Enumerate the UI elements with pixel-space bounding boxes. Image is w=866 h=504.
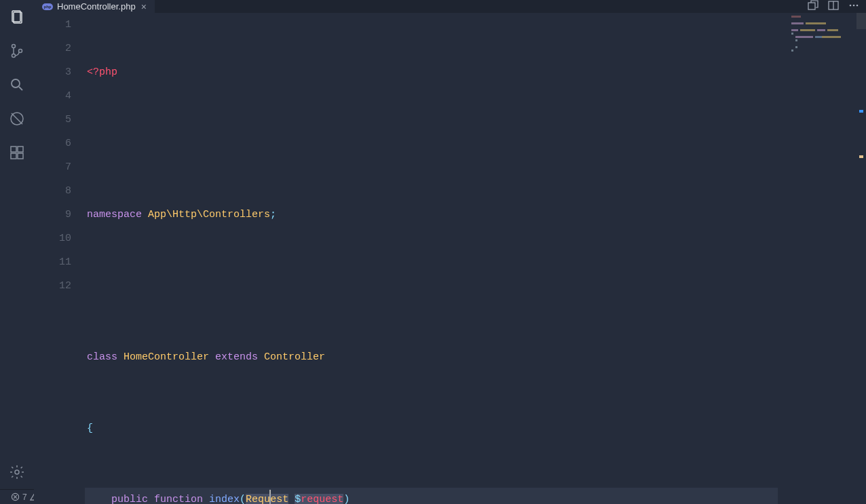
svg-rect-7 <box>11 147 16 152</box>
line-number-gutter: 1 2 3 4 5 6 7 8 9 10 11 12 <box>34 13 85 504</box>
svg-point-15 <box>853 5 855 7</box>
tab-homecontroller[interactable]: php HomeController.php × <box>34 0 155 13</box>
svg-point-5 <box>12 79 20 88</box>
code-area[interactable]: <?php namespace App\Http\Controllers; cl… <box>85 13 866 504</box>
more-actions-icon[interactable] <box>848 0 859 13</box>
explorer-icon[interactable] <box>0 0 34 34</box>
tab-bar: php HomeController.php × <box>34 0 866 13</box>
svg-point-14 <box>850 5 852 7</box>
svg-point-4 <box>19 50 22 53</box>
editor-pane: php HomeController.php × 1 2 3 <box>34 0 866 489</box>
svg-rect-9 <box>11 153 16 159</box>
current-line: public function index(Request $request) <box>85 488 778 504</box>
svg-point-2 <box>12 45 16 48</box>
tab-close-icon[interactable]: × <box>140 1 148 12</box>
minimap[interactable] <box>789 13 856 504</box>
svg-point-3 <box>12 54 16 58</box>
svg-point-11 <box>15 470 19 474</box>
vertical-scrollbar[interactable] <box>856 13 866 504</box>
debug-icon[interactable] <box>0 102 34 136</box>
search-icon[interactable] <box>0 68 34 102</box>
editor-actions <box>808 0 866 13</box>
svg-rect-12 <box>808 3 815 9</box>
svg-point-16 <box>856 5 859 7</box>
settings-gear-icon[interactable] <box>0 455 34 489</box>
svg-rect-8 <box>18 147 23 152</box>
overview-ruler-cursor <box>859 110 863 113</box>
main-area: php HomeController.php × 1 2 3 <box>0 0 866 489</box>
compare-changes-icon[interactable] <box>808 0 818 13</box>
split-editor-icon[interactable] <box>828 0 839 13</box>
activity-bar <box>0 0 34 489</box>
tab-filename: HomeController.php <box>57 1 136 12</box>
editor-body[interactable]: 1 2 3 4 5 6 7 8 9 10 11 12 <?php namespa… <box>34 13 866 504</box>
php-file-icon: php <box>42 3 53 10</box>
error-icon <box>11 492 20 501</box>
svg-rect-10 <box>18 153 23 159</box>
source-control-icon[interactable] <box>0 34 34 68</box>
extensions-icon[interactable] <box>0 136 34 170</box>
overview-ruler-warning <box>859 155 863 158</box>
